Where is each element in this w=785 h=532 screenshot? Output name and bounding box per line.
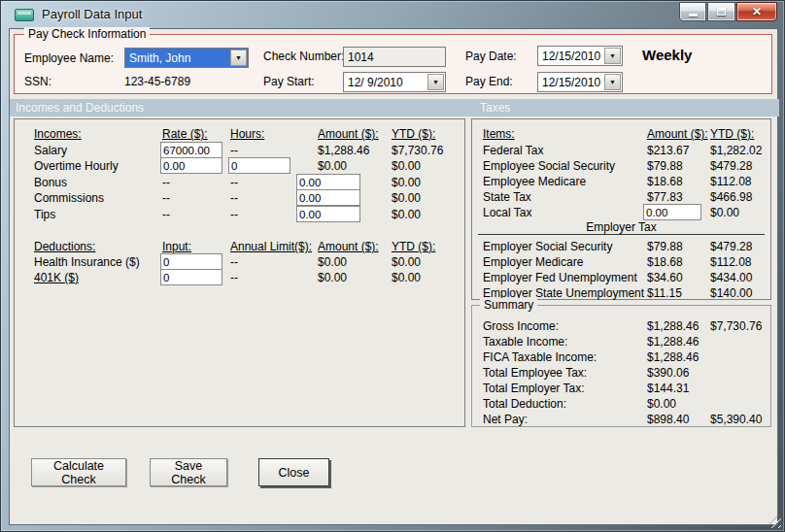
employer-tax-header: Employer Tax [478,220,765,235]
incomes-deductions-panel: Incomes: Rate ($): Hours: Amount ($): YT… [14,118,465,427]
deduction-amount: $0.00 [318,271,347,284]
tax-label: State Tax [483,190,531,204]
tax-label: Employer Social Security [483,240,612,253]
tax-label: Employee Social Security [483,159,615,173]
income-hours: -- [230,208,238,221]
summary-label: Net Pay: [483,413,528,426]
tax-label: Federal Tax [483,144,543,157]
employee-name-dropdown-button[interactable]: ▼ [230,50,247,66]
tax-amount: $213.67 [647,144,689,157]
summary-label: Total Deduction: [483,397,566,411]
tax-amount: $18.68 [647,255,683,269]
income-label: Tips [34,208,55,221]
summary-amount: $1,288.46 [647,319,699,333]
summary-group: Summary Gross Income: $1,288.46 $7,730.7… [471,305,771,427]
income-label: Salary [34,144,67,157]
col-ytd: YTD ($): [392,127,435,141]
tax-amount: $11.15 [647,286,682,300]
deduction-row-health: Health Insurance ($) -- $0.00 $0.00 [15,255,464,271]
col-incomes: Incomes: [34,127,82,141]
taxes-header-row: Items: Amount ($): YTD ($): [472,127,770,143]
tax-amount: $34.60 [647,271,683,284]
taxes-section-title: Taxes [480,101,510,115]
income-ytd: $0.00 [392,191,421,205]
title-bar[interactable]: Payroll Data Input ✕ [1,1,784,28]
summary-label: Gross Income: [483,319,559,333]
pay-date-dropdown-button[interactable]: ▼ [604,48,621,64]
income-ytd: $0.00 [392,176,421,189]
app-icon [15,9,34,21]
tax-row-emp-ss: Employee Social Security $79.88 $479.28 [472,159,770,175]
summary-amount: $898.40 [647,413,689,426]
summary-label: Taxable Income: [483,335,567,349]
tax-ytd: $479.28 [710,240,752,253]
summary-row-gross: Gross Income: $1,288.46 $7,730.76 [472,319,770,335]
tax-row-emp-medicare: Employee Medicare $18.68 $112.08 [472,175,770,190]
employee-name-value: Smith, John [129,51,190,65]
col-annual-limit: Annual Limit($): [230,240,312,253]
employee-name-select[interactable]: Smith, John ▼ [124,48,249,68]
col-amount: Amount ($): [318,127,379,141]
income-label: Bonus [34,176,67,189]
pay-start-picker[interactable]: 12/ 9/2010 ▼ [343,72,446,92]
save-check-button[interactable]: Save Check [150,458,227,486]
tax-ytd: $112.08 [710,255,752,269]
window-controls: ✕ [679,2,777,21]
local-tax-input[interactable] [643,204,701,220]
calculate-check-button[interactable]: Calculate Check [31,458,126,486]
overtime-hours-input[interactable] [228,157,290,174]
pay-start-value: 12/ 9/2010 [348,76,403,89]
income-ytd: $7,730.76 [392,144,443,157]
tax-label: Employer Fed Unemployment [483,271,637,284]
pay-end-picker[interactable]: 12/15/2010 ▼ [537,72,623,92]
salary-rate-input[interactable] [160,142,222,158]
pay-start-dropdown-button[interactable]: ▼ [427,74,444,90]
maximize-button[interactable] [707,2,735,21]
income-rate: -- [162,191,170,205]
check-number-label: Check Number: [263,50,344,63]
summary-amount: $144.31 [647,382,689,395]
pay-end-dropdown-button[interactable]: ▼ [604,74,621,90]
tax-row-local: Local Tax $0.00 [472,206,770,221]
chevron-down-icon: ▼ [432,79,439,85]
dialog-body: Pay Check Information Employee Name: Smi… [9,28,778,525]
income-ytd: $0.00 [392,208,421,221]
minimize-button[interactable] [679,2,706,21]
tax-ytd: $434.00 [710,271,752,284]
tax-label: Local Tax [483,206,531,219]
tax-row-employer-fed-unemp: Employer Fed Unemployment $34.60 $434.00 [472,271,770,286]
bonus-amount-input[interactable] [296,174,360,190]
401k-input[interactable] [160,269,222,285]
tax-row-employer-ss: Employer Social Security $79.88 $479.28 [472,240,770,255]
health-insurance-input[interactable] [160,253,222,270]
tax-amount: $77.83 [647,190,683,204]
check-number-input[interactable] [343,47,446,67]
income-hours: -- [230,191,238,205]
summary-legend: Summary [480,298,537,312]
tax-row-employer-medicare: Employer Medicare $18.68 $112.08 [472,255,770,271]
commissions-amount-input[interactable] [296,189,360,206]
tips-amount-input[interactable] [296,206,360,222]
income-hours: -- [230,144,238,157]
deductions-header-row: Deductions: Input: Annual Limit($): Amou… [15,240,464,255]
close-icon: ✕ [752,6,762,17]
col-rate: Rate ($): [162,127,208,141]
taxes-panel: Items: Amount ($): YTD ($): Federal Tax … [471,118,771,300]
close-button[interactable]: ✕ [736,2,777,21]
window: Payroll Data Input ✕ Pay Check Informati… [0,0,785,532]
income-row-tips: Tips -- -- $0.00 [15,208,464,223]
deduction-401k-link[interactable]: 401K ($) [34,271,79,284]
minimize-icon [689,14,698,17]
deduction-row-401k: 401K ($) -- $0.00 $0.00 [15,271,464,286]
window-title: Payroll Data Input [42,7,142,21]
tax-ytd: $140.00 [710,286,752,300]
paycheck-info-group: Pay Check Information Employee Name: Smi… [14,34,772,94]
pay-date-picker[interactable]: 12/15/2010 ▼ [537,46,623,66]
close-dialog-button[interactable]: Close [258,458,329,486]
overtime-rate-input[interactable] [160,157,222,174]
section-header-bar: Incomes and Deductions Taxes [10,99,779,116]
deduction-ytd: $0.00 [392,255,421,269]
deduction-amount: $0.00 [318,255,347,269]
col-ytd: YTD ($): [392,240,435,253]
deduction-ytd: $0.00 [392,271,421,284]
